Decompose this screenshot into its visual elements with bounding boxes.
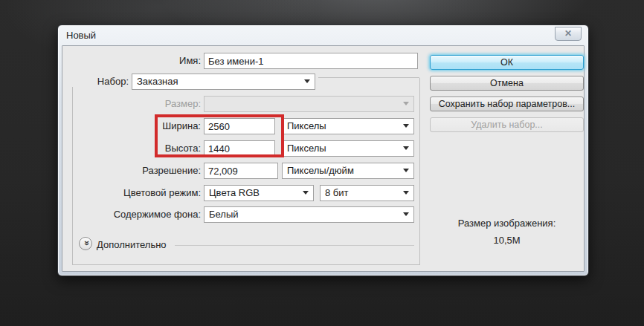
- name-input[interactable]: [204, 53, 418, 69]
- resolution-label: Разрешение:: [62, 165, 201, 176]
- preset-dropdown[interactable]: Заказная: [132, 74, 315, 90]
- size-label: Размер:: [62, 98, 201, 109]
- color-mode-value: Цвета RGB: [209, 187, 260, 198]
- image-size-label: Размер изображения:: [430, 218, 584, 229]
- dialog-title: Новый: [66, 30, 96, 41]
- new-document-dialog: Новый ✕ Имя: Набор: Заказная Размер: Шир…: [57, 25, 589, 276]
- background-contents-label: Содержимое фона:: [62, 209, 201, 220]
- image-size-value: 10,5M: [430, 235, 584, 246]
- cancel-button[interactable]: Отмена: [430, 76, 584, 91]
- background-contents-value: Белый: [209, 209, 239, 220]
- height-input[interactable]: [204, 140, 275, 157]
- chevron-down-icon: [403, 124, 409, 128]
- name-label: Имя:: [62, 55, 201, 66]
- resolution-input[interactable]: [204, 163, 278, 179]
- width-unit-value: Пикселы: [287, 120, 326, 131]
- resolution-unit-dropdown[interactable]: Пикселы/дюйм: [282, 163, 414, 179]
- dialog-titlebar[interactable]: Новый ✕: [58, 25, 588, 45]
- chevron-down-icon: [403, 146, 409, 150]
- size-dropdown: [204, 96, 414, 112]
- height-unit-value: Пикселы: [287, 143, 326, 154]
- advanced-divider: [175, 245, 414, 246]
- color-mode-label: Цветовой режим:: [62, 187, 201, 198]
- width-label: Ширина:: [62, 120, 201, 131]
- close-icon[interactable]: ✕: [555, 27, 582, 41]
- advanced-label: Дополнительно: [97, 239, 167, 250]
- chevron-down-icon: [403, 169, 409, 172]
- color-mode-dropdown[interactable]: Цвета RGB: [204, 185, 314, 201]
- height-label: Высота:: [62, 143, 201, 154]
- advanced-expand-button[interactable]: »: [79, 237, 92, 250]
- groupbox-border-segment: [318, 77, 419, 78]
- bit-depth-value: 8 бит: [325, 187, 349, 198]
- ok-button[interactable]: ОК: [430, 55, 584, 70]
- height-unit-dropdown[interactable]: Пикселы: [282, 140, 414, 157]
- chevron-down-icon: [304, 79, 310, 83]
- preset-dropdown-value: Заказная: [137, 76, 178, 87]
- chevron-down-icon: [403, 102, 409, 105]
- width-unit-dropdown[interactable]: Пикселы: [282, 118, 414, 134]
- chevron-down-icon: [403, 191, 409, 195]
- background-contents-dropdown[interactable]: Белый: [204, 206, 414, 223]
- resolution-unit-value: Пикселы/дюйм: [287, 165, 354, 176]
- dialog-client-area: Имя: Набор: Заказная Размер: Ширина: Пик…: [62, 45, 585, 272]
- chevron-down-icon: [303, 191, 309, 195]
- save-preset-button[interactable]: Сохранить набор параметров...: [430, 97, 584, 111]
- delete-preset-button: Удалить набор...: [430, 117, 584, 132]
- double-chevron-down-icon: »: [82, 241, 92, 246]
- width-input[interactable]: [204, 118, 275, 134]
- bit-depth-dropdown[interactable]: 8 бит: [320, 185, 414, 201]
- preset-label: Набор:: [62, 76, 129, 87]
- chevron-down-icon: [403, 212, 409, 216]
